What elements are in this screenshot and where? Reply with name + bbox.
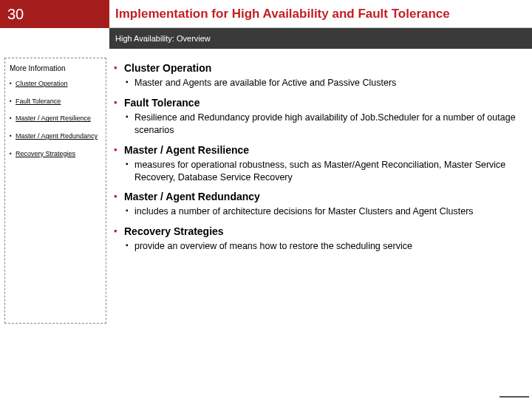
sidebar-link[interactable]: Cluster Operation — [16, 80, 68, 87]
sidebar-item-cluster-operation: Cluster Operation — [10, 80, 101, 89]
section-body-recovery-strategies: provide an overview of means how to rest… — [114, 240, 522, 253]
header: 30 Implementation for High Availability … — [0, 0, 532, 28]
footer-decoration — [499, 396, 529, 398]
sidebar-item-recovery-strategies: Recovery Strategies — [10, 150, 101, 159]
sidebar-item-master-agent-resilience: Master / Agent Resilience — [10, 115, 101, 123]
body: More Information Cluster Operation Fault… — [0, 49, 532, 324]
section-head-master-agent-resilience: Master / Agent Resilience — [114, 144, 522, 156]
section-head-recovery-strategies: Recovery Strategies — [114, 225, 522, 237]
page-title: Implementation for High Availability and… — [109, 0, 532, 28]
sidebar-link[interactable]: Recovery Strategies — [16, 150, 75, 157]
section-body-master-agent-resilience: measures for operational robustness, suc… — [114, 159, 522, 184]
sidebar-link[interactable]: Master / Agent Redundancy — [16, 132, 98, 140]
sidebar-item-master-agent-redundancy: Master / Agent Redundancy — [10, 132, 101, 141]
sidebar: More Information Cluster Operation Fault… — [4, 58, 106, 324]
section-body-master-agent-redundancy: includes a number of architecture decisi… — [114, 205, 522, 218]
section-body-fault-tolerance: Resilience and Redundancy provide high a… — [114, 112, 522, 137]
subtitle: High Availability: Overview — [109, 28, 532, 49]
section-body-cluster-operation: Master and Agents are available for Acti… — [114, 77, 522, 89]
sidebar-link[interactable]: Master / Agent Resilience — [16, 115, 91, 122]
section-head-cluster-operation: Cluster Operation — [114, 62, 522, 74]
subheader: High Availability: Overview — [0, 28, 532, 49]
section-head-fault-tolerance: Fault Tolerance — [114, 97, 522, 109]
sidebar-list: Cluster Operation Fault Tolerance Master… — [10, 80, 101, 158]
sidebar-link[interactable]: Fault Tolerance — [16, 98, 61, 105]
sidebar-item-fault-tolerance: Fault Tolerance — [10, 98, 101, 106]
main-content: Cluster Operation Master and Agents are … — [109, 58, 532, 324]
subheader-spacer — [0, 28, 109, 49]
section-head-master-agent-redundancy: Master / Agent Redundancy — [114, 191, 522, 202]
sidebar-heading: More Information — [10, 64, 101, 72]
slide-number: 30 — [0, 0, 109, 28]
